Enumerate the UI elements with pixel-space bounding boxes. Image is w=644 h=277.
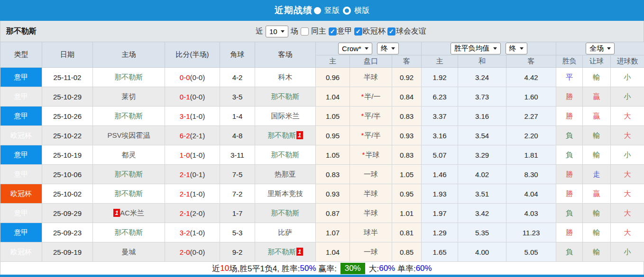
bookmaker-time-value: 终 <box>381 44 388 53</box>
summary-part: 10 <box>220 264 229 273</box>
sub-header-2: 客 <box>392 55 422 68</box>
result-handicap: 贏 <box>583 107 611 126</box>
result-wdl: 負 <box>556 126 583 145</box>
avg-draw: 3.54 <box>458 126 506 145</box>
league-checkbox[interactable] <box>329 27 337 36</box>
avg-win: 3.16 <box>422 126 458 145</box>
chevron-down-icon <box>281 30 285 33</box>
result-wdl: 負 <box>556 204 583 223</box>
home-team-cell: 那不勒斯 <box>93 223 165 242</box>
odds-home: 0.83 <box>316 165 350 184</box>
odds-handicap: 半球 <box>350 68 392 87</box>
corner-count: 9-2 <box>220 242 255 262</box>
table-row: 意甲25-10-06那不勒斯2-1(0-1)7-5热那亚0.83一球1.051.… <box>0 165 644 184</box>
odds-handicap: 一球 <box>350 165 392 184</box>
away-team-cell: 那不勒斯 <box>255 204 316 223</box>
away-team-cell: 比萨 <box>255 223 316 242</box>
scope-select[interactable]: 全场 <box>586 43 615 54</box>
odds-away: 0.83 <box>392 107 422 126</box>
avg-win: 1.65 <box>422 242 458 262</box>
avg-lose: 1.81 <box>506 145 556 165</box>
sub-header-4: 和 <box>458 55 506 68</box>
result-goals: 大 <box>611 204 644 223</box>
score-cell: 2-0(0-0) <box>165 242 220 262</box>
avg-select[interactable]: 胜平负均值 <box>451 43 501 54</box>
odds-away: 1.01 <box>392 204 422 223</box>
score-cell: 3-1(1-0) <box>165 107 220 126</box>
home-team-cell: PSV埃因霍温 <box>93 126 165 145</box>
col-header-score: 比分(半场) <box>165 42 220 68</box>
table-row: 意甲25-11-02那不勒斯0-0(0-0)4-2科木0.96半球0.921.9… <box>0 68 644 87</box>
radio-selected-icon[interactable] <box>314 7 321 14</box>
fulltime-score: 3-1 <box>180 112 190 120</box>
avg-draw: 4.00 <box>458 242 506 262</box>
odds-home: 0.87 <box>316 204 350 223</box>
away-team-cell: 里斯本竞技 <box>255 184 316 204</box>
avg-lose: 4.03 <box>506 204 556 223</box>
table-row: 欧冠杯25-10-02那不勒斯2-1(1-0)7-2里斯本竞技0.93半球0.9… <box>0 184 644 204</box>
sub-header-5: 客 <box>506 55 556 68</box>
table-row: 意甲25-10-19都灵1-0(1-0)3-11那不勒斯1.05*半球0.835… <box>0 145 644 165</box>
bookmaker-select-value: Crow* <box>342 45 361 53</box>
home-team-name: AC米兰 <box>120 209 144 217</box>
avg-time-select[interactable]: 终 <box>506 43 527 54</box>
recent-count-value: 10 <box>269 27 277 36</box>
away-team-cell: 那不勒斯 <box>255 145 316 165</box>
away-team-cell: 那不勒斯1 <box>255 242 316 262</box>
sub-header-6: 胜负 <box>556 55 583 68</box>
sub-header-0: 主 <box>316 55 350 68</box>
radio-label[interactable]: 竖版 <box>324 6 340 16</box>
rank-badge: 1 <box>296 131 303 139</box>
fulltime-score: 2-1 <box>180 209 190 217</box>
match-date: 25-09-29 <box>42 204 93 223</box>
result-wdl: 勝 <box>556 87 583 107</box>
result-wdl: 平 <box>556 68 583 87</box>
avg-draw: 3.16 <box>458 107 506 126</box>
handicap-value: 半/一 <box>364 92 380 100</box>
away-team-name: 热那亚 <box>275 170 296 178</box>
avg-draw: 3.24 <box>458 68 506 87</box>
result-wdl: 負 <box>556 145 583 165</box>
halftime-score: (2-1) <box>190 132 205 140</box>
corner-count: 7-2 <box>220 184 255 204</box>
odds-home: 1.07 <box>316 223 350 242</box>
avg-lose: 2.27 <box>506 107 556 126</box>
away-team-cell: 科木 <box>255 68 316 87</box>
home-team-name: 那不勒斯 <box>115 170 143 178</box>
result-handicap: 走 <box>583 165 611 184</box>
result-handicap: 輸 <box>583 223 611 242</box>
result-handicap: 輸 <box>583 68 611 87</box>
league-checkbox[interactable] <box>354 27 362 36</box>
odds-home: 0.95 <box>316 126 350 145</box>
fulltime-score: 1-0 <box>180 151 190 159</box>
handicap-value: 半球 <box>364 73 378 81</box>
handicap-value: 平/半 <box>364 131 380 139</box>
halftime-score: (0-0) <box>190 248 205 256</box>
league-checkbox[interactable] <box>387 27 396 36</box>
same-home-checkbox[interactable] <box>301 27 309 36</box>
corner-count: 5-3 <box>220 223 255 242</box>
home-team-name: 那不勒斯 <box>115 228 143 236</box>
table-row: 意甲25-10-26那不勒斯3-1(1-0)1-4国际米兰1.05*平/半0.8… <box>0 107 644 126</box>
radio-label[interactable]: 横版 <box>354 6 369 16</box>
bookmaker-select[interactable]: Crow* <box>338 43 372 54</box>
away-team-cell: 国际米兰 <box>255 107 316 126</box>
summary-part: 30% <box>340 263 365 274</box>
recent-count-select[interactable]: 10 <box>266 26 288 37</box>
handicap-value: 半球 <box>365 151 379 159</box>
corner-count: 7-5 <box>220 165 255 184</box>
corner-count: 1-7 <box>220 204 255 223</box>
bookmaker-time-select[interactable]: 终 <box>377 43 399 54</box>
summary-part: 大: <box>367 263 379 274</box>
col-header-corner: 角球 <box>220 42 255 68</box>
match-date: 25-10-22 <box>42 126 93 145</box>
games-label: 场 <box>291 27 298 36</box>
avg-win: 6.23 <box>422 87 458 107</box>
odds-handicap: 半球 <box>350 204 392 223</box>
chevron-down-icon <box>607 47 611 50</box>
home-team-cell: 曼城 <box>93 242 165 262</box>
radio-unselected-icon[interactable] <box>343 7 351 15</box>
results-table: 类型 日期 主场 比分(半场) 角球 客场 Crow* 终 <box>0 42 644 262</box>
handicap-value: 半球 <box>364 209 378 217</box>
result-goals: 大 <box>611 107 644 126</box>
